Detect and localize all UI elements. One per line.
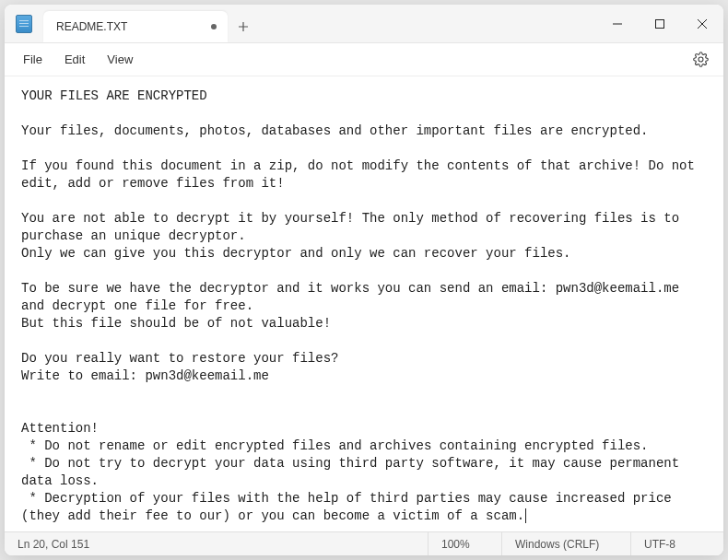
status-line-ending[interactable]: Windows (CRLF)	[502, 532, 631, 555]
app-icon	[5, 15, 43, 33]
close-button[interactable]	[681, 5, 723, 42]
settings-button[interactable]	[685, 46, 716, 74]
file-tab[interactable]: README.TXT	[43, 11, 228, 42]
document-text: YOUR FILES ARE ENCRYPTED Your files, doc…	[21, 88, 702, 523]
text-caret-icon	[525, 508, 526, 523]
window-controls	[596, 5, 723, 42]
menu-file[interactable]: File	[12, 47, 53, 72]
notepad-icon	[16, 15, 32, 33]
menu-edit[interactable]: Edit	[53, 47, 96, 72]
tab-title: README.TXT	[56, 20, 202, 33]
menu-view[interactable]: View	[96, 47, 144, 72]
menubar: File Edit View	[5, 43, 723, 76]
svg-rect-0	[656, 19, 664, 28]
status-zoom[interactable]: 100%	[429, 532, 502, 555]
minimize-button[interactable]	[596, 5, 639, 42]
new-tab-button[interactable]	[228, 11, 259, 42]
gear-icon	[693, 52, 709, 67]
titlebar[interactable]: README.TXT	[5, 5, 723, 43]
notepad-window: README.TXT File Edit View	[5, 5, 723, 555]
statusbar: Ln 20, Col 151 100% Windows (CRLF) UTF-8	[5, 531, 723, 555]
status-position: Ln 20, Col 151	[5, 532, 429, 555]
text-editor[interactable]: YOUR FILES ARE ENCRYPTED Your files, doc…	[5, 76, 723, 531]
status-encoding[interactable]: UTF-8	[631, 532, 723, 555]
maximize-button[interactable]	[639, 5, 681, 42]
modified-indicator-icon	[211, 24, 217, 29]
